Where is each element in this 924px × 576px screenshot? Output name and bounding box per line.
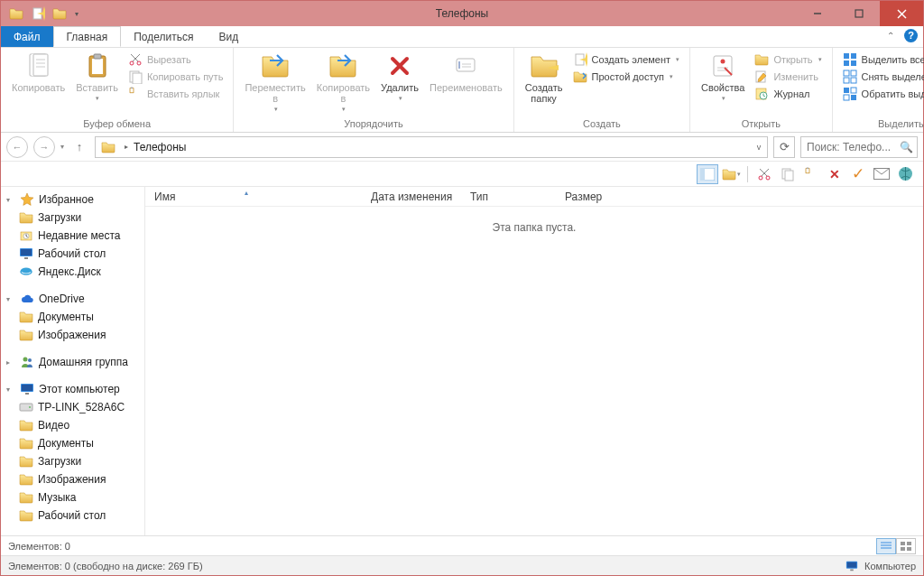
- sidebar-this-pc[interactable]: ▾ Этот компьютер: [1, 380, 144, 398]
- group-label-new: Создать: [520, 117, 684, 132]
- group-label-clipboard: Буфер обмена: [6, 117, 227, 132]
- help-button[interactable]: ?: [904, 29, 918, 42]
- select-all-button[interactable]: Выделить все: [840, 51, 924, 68]
- folder-icon: [19, 418, 33, 432]
- folder-icon: [19, 210, 33, 225]
- computer-icon: [20, 382, 34, 396]
- qat-new-icon[interactable]: [28, 4, 48, 23]
- chevron-down-icon[interactable]: ▾: [6, 295, 15, 303]
- status-items-disk: Элементов: 0 (свободно на диске: 269 ГБ): [8, 561, 203, 571]
- search-box[interactable]: 🔍: [800, 136, 918, 158]
- address-bar[interactable]: ▸ Телефоны v: [95, 136, 768, 158]
- sidebar-favorites[interactable]: ▾ Избранное: [1, 190, 144, 209]
- status-computer-label: Компьютер: [864, 561, 916, 571]
- sidebar-item-video[interactable]: Видео: [1, 416, 144, 434]
- view-icons-button[interactable]: [896, 538, 916, 554]
- tab-view[interactable]: Вид: [206, 26, 251, 47]
- toolbar-panel-icon[interactable]: [697, 164, 718, 184]
- toolbar-folder-icon[interactable]: ▾: [720, 164, 742, 184]
- up-button[interactable]: ↑: [69, 137, 89, 157]
- sidebar-item-desktop[interactable]: Рабочий стол: [1, 245, 144, 263]
- chevron-right-icon[interactable]: ▸: [6, 358, 15, 367]
- toolbar-copy-icon[interactable]: [777, 164, 799, 184]
- sidebar-item-desktop2[interactable]: Рабочий стол: [1, 506, 144, 525]
- breadcrumb-sep-icon[interactable]: ▸: [121, 143, 132, 151]
- paste-shortcut-button[interactable]: Вставить ярлык: [125, 86, 226, 102]
- column-type[interactable]: Тип: [461, 190, 556, 203]
- move-to-button[interactable]: Переместить в▾: [239, 50, 310, 116]
- folder-icon: [19, 490, 33, 505]
- qat-folder2-icon[interactable]: [50, 4, 69, 23]
- qat-folder-icon[interactable]: [6, 4, 26, 23]
- toolbar-cut-icon[interactable]: [753, 164, 775, 184]
- sidebar-item-documents[interactable]: Документы: [1, 434, 144, 452]
- sidebar-item-downloads[interactable]: Загрузки: [1, 209, 144, 227]
- folder-icon: [19, 436, 33, 451]
- new-item-button[interactable]: Создать элемент▾: [570, 51, 683, 68]
- new-folder-button[interactable]: Создать папку: [520, 50, 568, 106]
- sidebar-item-tplink[interactable]: TP-LINK_528A6C: [1, 398, 144, 416]
- back-button[interactable]: ←: [6, 136, 28, 158]
- svg-rect-72: [901, 547, 905, 551]
- homegroup-icon: [20, 355, 34, 369]
- sidebar-item-od-pictures[interactable]: Изображения: [1, 326, 144, 344]
- select-none-button[interactable]: Снять выделение: [840, 69, 924, 85]
- chevron-down-icon[interactable]: ▾: [6, 196, 15, 204]
- open-button[interactable]: Открыть▾: [752, 51, 824, 68]
- sidebar-homegroup[interactable]: ▸ Домашняя группа: [1, 353, 144, 371]
- tab-file[interactable]: Файл: [1, 26, 53, 47]
- group-label-select: Выделить: [838, 117, 924, 132]
- sidebar-item-downloads2[interactable]: Загрузки: [1, 452, 144, 470]
- folder-icon: [19, 454, 33, 469]
- star-icon: [20, 192, 34, 207]
- chevron-down-icon[interactable]: ▾: [6, 386, 15, 394]
- close-button[interactable]: [880, 1, 923, 26]
- column-date[interactable]: Дата изменения: [362, 190, 461, 203]
- forward-button[interactable]: →: [33, 136, 55, 158]
- minimize-button[interactable]: [797, 1, 838, 26]
- toolbar-mail-icon[interactable]: [871, 164, 892, 184]
- invert-selection-button[interactable]: Обратить выделение: [840, 86, 924, 102]
- copy-path-button[interactable]: Копировать путь: [125, 69, 226, 85]
- history-dropdown[interactable]: ▾: [60, 143, 64, 151]
- tab-home[interactable]: Главная: [53, 26, 122, 47]
- sidebar-item-music[interactable]: Музыка: [1, 488, 144, 506]
- collapse-ribbon-button[interactable]: ⌃: [884, 31, 897, 41]
- edit-button[interactable]: Изменить: [752, 69, 824, 85]
- sidebar-onedrive[interactable]: ▾ OneDrive: [1, 290, 144, 308]
- ribbon-group-organize: Переместить в▾ Копировать в▾ Удалить▾ Пе…: [234, 48, 513, 132]
- ribbon-group-clipboard: Копировать Вставить ▾ Вырезать Копироват…: [1, 48, 234, 132]
- sidebar-item-yandex[interactable]: Яндекс.Диск: [1, 263, 144, 281]
- cut-button[interactable]: Вырезать: [125, 51, 226, 68]
- sidebar-item-od-documents[interactable]: Документы: [1, 308, 144, 326]
- toolbar-paste-icon[interactable]: [800, 164, 822, 184]
- sidebar-item-recent[interactable]: Недавние места: [1, 227, 144, 245]
- search-input[interactable]: [805, 140, 900, 154]
- copy-to-button[interactable]: Копировать в▾: [311, 50, 375, 116]
- easy-access-button[interactable]: Простой доступ▾: [570, 69, 683, 85]
- copy-button[interactable]: Копировать: [6, 50, 70, 95]
- tab-share[interactable]: Поделиться: [121, 26, 206, 47]
- delete-button[interactable]: Удалить▾: [375, 50, 424, 106]
- maximize-button[interactable]: [838, 1, 880, 26]
- ribbon-group-new: Создать папку Создать элемент▾ Простой д…: [514, 48, 690, 132]
- paste-button[interactable]: Вставить ▾: [70, 50, 124, 106]
- search-icon[interactable]: 🔍: [900, 141, 913, 153]
- refresh-button[interactable]: ⟳: [773, 136, 795, 158]
- column-name[interactable]: ▴Имя: [145, 190, 362, 203]
- svg-rect-58: [133, 73, 142, 84]
- toolbar-delete-icon[interactable]: ✕: [824, 164, 845, 184]
- view-details-button[interactable]: [876, 538, 896, 554]
- svg-rect-64: [785, 171, 793, 181]
- toolbar-check-icon[interactable]: ✓: [847, 164, 869, 184]
- address-dropdown-icon[interactable]: v: [751, 143, 767, 152]
- qat-dropdown-icon[interactable]: ▾: [71, 4, 82, 23]
- recent-icon: [19, 228, 33, 243]
- properties-button[interactable]: Свойства▾: [696, 50, 750, 106]
- rename-button[interactable]: Переименовать: [424, 50, 508, 95]
- history-button[interactable]: Журнал: [752, 86, 824, 102]
- toolbar-globe-icon[interactable]: [894, 164, 916, 184]
- column-size[interactable]: Размер: [556, 190, 619, 203]
- sidebar-item-pictures[interactable]: Изображения: [1, 470, 144, 488]
- breadcrumb-current[interactable]: Телефоны: [132, 141, 188, 153]
